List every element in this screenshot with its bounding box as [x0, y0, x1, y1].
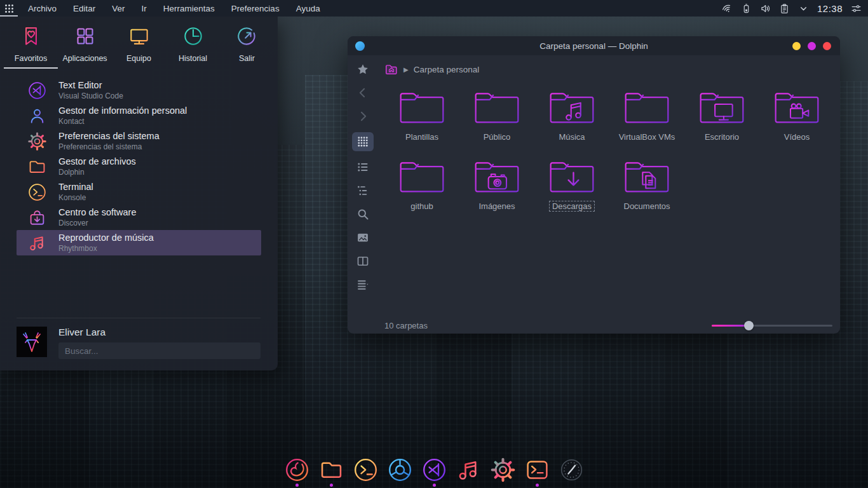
dock-item-filemanager[interactable] — [318, 457, 344, 487]
view-list-button[interactable] — [353, 159, 372, 175]
dock-item-vscode[interactable] — [421, 457, 447, 487]
app-item-konsole[interactable]: Terminal Konsole — [17, 179, 261, 205]
app-icon — [27, 81, 47, 100]
dock-item-dial[interactable] — [558, 457, 585, 487]
folder-item[interactable]: Descargas — [546, 158, 597, 212]
tab-favoritos[interactable]: Favoritos — [4, 24, 58, 69]
dock-item-chromium[interactable] — [386, 457, 413, 487]
tab-icon — [19, 24, 43, 48]
menubar-item[interactable]: Ir — [142, 4, 147, 13]
dolphin-toolbar — [348, 55, 378, 334]
breadcrumb[interactable]: ▶ Carpeta personal — [378, 55, 840, 78]
dock-item-konsole[interactable] — [352, 457, 379, 487]
desktop: ArchivoEditarVerIrHerramientasPreferenci… — [0, 0, 868, 488]
dock-icon — [284, 457, 310, 483]
clipboard-icon[interactable] — [779, 3, 790, 14]
folder-label: Imágenes — [475, 201, 518, 212]
folder-item[interactable]: Música — [546, 88, 597, 142]
system-tray: 12:38 — [722, 3, 868, 14]
tab-salir[interactable]: Salir — [220, 24, 274, 69]
dock-icon — [421, 457, 447, 483]
app-item-systemsettings[interactable]: Preferencias del sistema Preferencias de… — [17, 128, 261, 154]
view-icons-button[interactable] — [352, 132, 374, 151]
clock[interactable]: 12:38 — [817, 3, 843, 14]
dock-item-terminal[interactable] — [524, 457, 550, 487]
app-title: Terminal — [58, 181, 93, 193]
split-view-button[interactable] — [353, 254, 372, 269]
app-item-rhythmbox[interactable]: Reproductor de música Rhythmbox — [17, 230, 261, 255]
menubar-item[interactable]: Preferencias — [231, 4, 280, 13]
panel-settings-icon[interactable] — [851, 3, 862, 14]
tab-equipo[interactable]: Equipo — [112, 24, 166, 69]
back-button[interactable] — [353, 85, 372, 100]
dock-item-settings[interactable] — [489, 457, 516, 487]
running-indicator — [467, 484, 470, 487]
app-launcher-panel: Favoritos Aplicaciones Equipo Historial — [0, 17, 278, 370]
app-title: Gestor de archivos — [58, 156, 136, 167]
chevron-down-icon[interactable] — [798, 3, 809, 14]
folder-label: Plantillas — [402, 132, 442, 142]
breadcrumb-label[interactable]: Carpeta personal — [414, 65, 480, 74]
minimize-button[interactable] — [792, 42, 801, 50]
folder-item[interactable]: Vídeos — [771, 88, 822, 142]
app-icon — [27, 182, 47, 202]
tab-historial[interactable]: Historial — [166, 24, 220, 69]
dock-item-firefox[interactable] — [283, 457, 310, 487]
volume-icon[interactable] — [760, 3, 771, 14]
folder-icon — [696, 88, 747, 130]
folder-label: github — [407, 201, 436, 212]
titlebar[interactable]: Carpeta personal — Dolphin — [348, 36, 840, 55]
view-details-button[interactable] — [353, 183, 372, 198]
search-button[interactable] — [353, 207, 372, 222]
folder-item[interactable]: github — [397, 158, 447, 212]
menubar-item[interactable]: Editar — [73, 4, 95, 13]
window-title: Carpeta personal — Dolphin — [348, 41, 840, 51]
folder-item[interactable]: Plantillas — [397, 88, 447, 142]
menubar-item[interactable]: Ayuda — [296, 4, 320, 13]
app-item-kontact[interactable]: Gestor de información personal Kontact — [17, 103, 261, 128]
window-app-icon[interactable] — [355, 41, 365, 51]
slider-handle[interactable] — [744, 321, 754, 330]
close-button[interactable] — [823, 42, 831, 50]
folder-icon — [546, 88, 597, 130]
running-indicator — [330, 484, 333, 487]
tab-icon — [181, 24, 205, 48]
folder-item[interactable]: Documentos — [621, 158, 674, 212]
status-text: 10 carpetas — [378, 321, 428, 330]
folder-icon — [546, 158, 597, 199]
app-launcher-button[interactable] — [0, 0, 18, 17]
menu-button[interactable] — [353, 277, 372, 292]
search-input[interactable] — [58, 342, 261, 359]
home-folder-icon[interactable] — [384, 62, 398, 76]
dock-icon — [559, 457, 585, 483]
avatar[interactable] — [17, 327, 47, 357]
battery-icon[interactable] — [741, 3, 752, 14]
zoom-slider[interactable] — [712, 320, 832, 330]
folder-item[interactable]: Público — [471, 88, 522, 142]
folder-label: Escritorio — [702, 132, 742, 142]
dock-icon — [524, 457, 550, 483]
dock-item-rhythmbox[interactable] — [455, 457, 482, 487]
app-item-vscode[interactable]: Text Editor Visual Studio Code — [17, 78, 261, 103]
app-item-discover[interactable]: Centro de software Discover — [17, 205, 261, 230]
menubar-item[interactable]: Herramientas — [163, 4, 215, 13]
dolphin-window: Carpeta personal — Dolphin — [348, 36, 840, 334]
folder-label: Descargas — [549, 201, 595, 212]
maximize-button[interactable] — [808, 42, 816, 50]
app-icon — [27, 132, 47, 151]
tab-label: Historial — [179, 54, 207, 63]
bookmark-star-icon[interactable] — [353, 62, 372, 77]
network-icon[interactable] — [722, 3, 733, 14]
tab-label: Equipo — [126, 54, 151, 63]
tab-aplicaciones[interactable]: Aplicaciones — [58, 24, 112, 69]
folder-item[interactable]: Imágenes — [471, 158, 522, 212]
preview-button[interactable] — [353, 230, 372, 245]
app-item-dolphin[interactable]: Gestor de archivos Dolphin — [17, 154, 261, 179]
forward-button[interactable] — [353, 109, 372, 124]
app-text: Terminal Konsole — [58, 181, 93, 202]
folder-item[interactable]: VirtualBox VMs — [616, 88, 679, 142]
app-title: Centro de software — [58, 207, 137, 218]
menubar-item[interactable]: Archivo — [28, 4, 57, 13]
folder-item[interactable]: Escritorio — [696, 88, 747, 142]
menubar-item[interactable]: Ver — [112, 4, 125, 13]
